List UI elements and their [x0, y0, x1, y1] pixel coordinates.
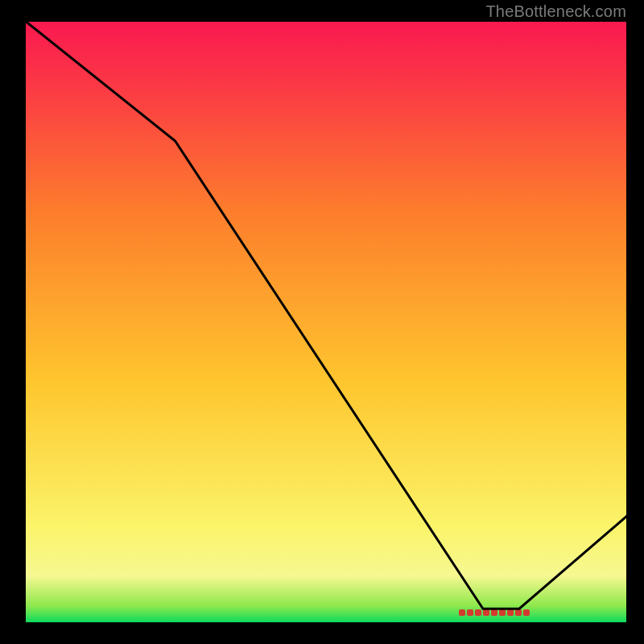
optimal-marker — [459, 609, 465, 616]
optimal-marker — [515, 609, 522, 616]
watermark-text: TheBottleneck.com — [485, 2, 626, 21]
optimal-band-marker — [459, 609, 530, 616]
optimal-marker — [499, 609, 506, 616]
optimal-marker — [467, 609, 473, 616]
optimal-marker — [491, 609, 497, 616]
heat-gradient-background — [24, 20, 628, 624]
bottleneck-chart — [0, 0, 644, 644]
optimal-marker — [507, 609, 514, 616]
chart-frame: TheBottleneck.com — [0, 0, 644, 644]
optimal-marker — [475, 609, 481, 616]
optimal-marker — [523, 609, 530, 616]
optimal-marker — [483, 609, 489, 616]
